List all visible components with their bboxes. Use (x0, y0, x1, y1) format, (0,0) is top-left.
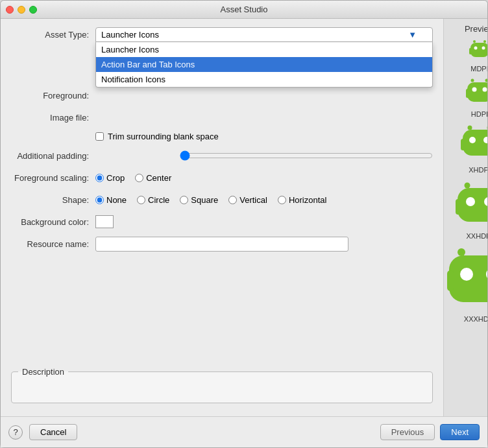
image-file-label: Image file: (11, 113, 95, 123)
previous-button[interactable]: Previous (380, 424, 435, 440)
svg-point-0 (473, 40, 476, 43)
trim-label: Trim surrounding blank space (108, 132, 219, 141)
window-title: Asset Studio (221, 5, 268, 14)
resource-name-row: Resource name: ic_launcher (11, 236, 433, 252)
svg-point-8 (485, 79, 488, 82)
shape-square-label: Square (191, 195, 218, 205)
android-icon-xxhdpi (452, 176, 487, 231)
scaling-center-label: Center (146, 173, 171, 183)
asset-type-control: Launcher Icons ▼ Launcher Icons Action B… (95, 27, 433, 42)
dropdown-item-actionbar[interactable]: Action Bar and Tab Icons (96, 57, 432, 72)
preview-xxxhdpi-label: XXXHDPI (464, 315, 487, 323)
dropdown-item-launcher[interactable]: Launcher Icons (96, 42, 432, 57)
asset-type-label: Asset Type: (11, 30, 95, 40)
bottom-bar: ? Cancel Previous Next (1, 416, 487, 447)
android-icon-xhdpi (458, 121, 487, 165)
asset-type-dropdown-popup: Launcher Icons Action Bar and Tab Icons … (95, 42, 433, 88)
title-bar: Asset Studio (1, 1, 487, 19)
android-icon-mdpi (467, 38, 487, 64)
scaling-center-radio[interactable] (135, 174, 143, 182)
preview-mdpi-label: MDPI (470, 65, 487, 73)
shape-circle-option[interactable]: Circle (137, 195, 169, 205)
svg-rect-31 (447, 270, 454, 291)
dropdown-item-notification[interactable]: Notification Icons (96, 72, 432, 87)
trim-checkbox[interactable] (95, 132, 104, 141)
main-window: Asset Studio Asset Type: Launcher Icons … (0, 0, 488, 448)
svg-point-14 (468, 126, 472, 130)
shape-vertical-option[interactable]: Vertical (228, 195, 267, 205)
svg-point-28 (458, 248, 465, 256)
shape-square-option[interactable]: Square (180, 195, 218, 205)
help-button[interactable]: ? (8, 425, 23, 440)
traffic-lights (6, 6, 37, 14)
shape-circle-label: Circle (148, 195, 169, 205)
shape-radio-group: None Circle Square Vertical (95, 195, 433, 205)
scaling-radio-group: Crop Center (95, 173, 433, 183)
scaling-label: Foreground scaling: (11, 173, 95, 183)
image-file-row: Image file: (11, 110, 433, 125)
svg-point-12 (472, 88, 477, 92)
scaling-crop-label: Crop (106, 173, 125, 183)
description-fieldset: Description (11, 367, 433, 403)
asset-type-selected: Launcher Icons (101, 30, 159, 40)
close-button[interactable] (6, 6, 14, 14)
background-color-swatch[interactable] (95, 215, 114, 228)
svg-rect-10 (466, 89, 469, 98)
shape-none-radio[interactable] (95, 196, 104, 204)
scaling-crop-radio[interactable] (95, 174, 104, 182)
scaling-row: Foreground scaling: Crop Center (11, 170, 433, 185)
shape-none-option[interactable]: None (95, 195, 127, 205)
android-icon-xxxhdpi (444, 242, 487, 314)
svg-rect-2 (470, 43, 487, 57)
svg-point-5 (474, 47, 478, 50)
preview-xhdpi: XHDPI (458, 121, 487, 174)
shape-horizontal-option[interactable]: Horizontal (278, 195, 327, 205)
shape-square-radio[interactable] (180, 196, 188, 204)
padding-row: Additional padding: (11, 148, 433, 163)
resource-name-input[interactable]: ic_launcher (95, 237, 348, 252)
padding-slider[interactable] (180, 150, 433, 161)
content-area: Asset Type: Launcher Icons ▼ Launcher Ic… (1, 19, 487, 416)
preview-title: Preview (465, 24, 487, 34)
right-panel: Preview MDPI (443, 19, 487, 416)
android-icon-hdpi (463, 75, 487, 109)
shape-row: Shape: None Circle Square (11, 192, 433, 207)
description-content (12, 377, 432, 403)
preview-hdpi: HDPI (463, 75, 487, 118)
svg-point-19 (469, 137, 476, 143)
resource-name-control: ic_launcher (95, 237, 433, 252)
preview-xxxhdpi: XXXHDPI (444, 242, 487, 323)
svg-point-33 (460, 268, 473, 281)
padding-slider-container (180, 150, 433, 161)
bottom-left: ? Cancel (8, 424, 77, 440)
svg-rect-9 (467, 82, 487, 102)
shape-none-label: None (106, 195, 127, 205)
shape-circle-radio[interactable] (137, 196, 145, 204)
svg-point-15 (487, 126, 488, 130)
foreground-label: Foreground: (11, 91, 95, 100)
svg-rect-24 (456, 199, 461, 215)
svg-point-13 (483, 88, 487, 92)
preview-xhdpi-label: XHDPI (469, 166, 487, 174)
cancel-button[interactable]: Cancel (29, 424, 77, 440)
svg-point-1 (483, 40, 486, 43)
svg-point-26 (466, 197, 475, 206)
background-color-label: Background color: (11, 217, 95, 227)
shape-horizontal-radio[interactable] (278, 196, 286, 204)
shape-horizontal-label: Horizontal (289, 195, 327, 205)
scaling-center-option[interactable]: Center (135, 173, 171, 183)
svg-rect-16 (463, 130, 487, 156)
scaling-control: Crop Center (95, 173, 433, 183)
next-button[interactable]: Next (440, 424, 480, 440)
dropdown-arrow-icon: ▼ (408, 30, 417, 40)
scaling-crop-option[interactable]: Crop (95, 173, 125, 183)
maximize-button[interactable] (29, 6, 37, 14)
description-legend: Description (18, 367, 68, 377)
shape-vertical-radio[interactable] (228, 196, 237, 204)
preview-hdpi-label: HDPI (471, 110, 487, 118)
asset-type-dropdown-container: Launcher Icons ▼ Launcher Icons Action B… (95, 27, 433, 42)
asset-type-dropdown-display[interactable]: Launcher Icons ▼ (95, 27, 433, 42)
resource-name-label: Resource name: (11, 239, 95, 249)
shape-vertical-label: Vertical (239, 195, 267, 205)
minimize-button[interactable] (18, 6, 25, 14)
